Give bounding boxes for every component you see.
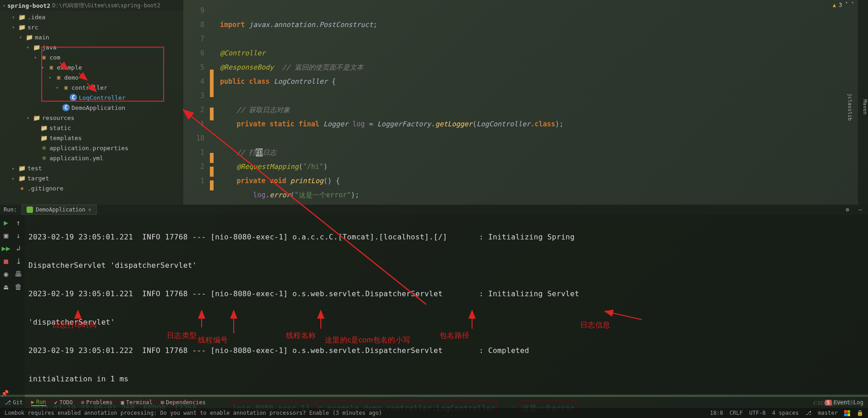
problems-icon: ⊘ <box>81 399 84 406</box>
pkg-icon <box>62 84 70 91</box>
close-icon[interactable]: × <box>88 206 91 213</box>
tab-terminal[interactable]: ▣ Terminal <box>121 399 153 406</box>
log-line: 2023-02-19 23:05:01.221 INFO 17768 --- [… <box>28 287 864 301</box>
console-output[interactable]: 2023-02-19 23:05:01.221 INFO 17768 --- [… <box>25 215 868 418</box>
annotation-label-level: 日志类型 <box>167 328 197 342</box>
tree-label: resources <box>42 114 74 121</box>
caret-pos[interactable]: 18:8 <box>710 410 723 416</box>
tree-item-resources[interactable]: ▾resources <box>0 113 183 123</box>
branch-icon: ⎇ <box>805 410 812 416</box>
tab-todo[interactable]: ✔ TODO <box>55 399 73 406</box>
tree-label: LogController <box>79 94 126 101</box>
folder-icon <box>26 33 33 41</box>
print-icon[interactable]: 🖶 <box>14 270 22 278</box>
annotation-label-pkg-note: 这里的c是com包名的小写 <box>325 333 410 347</box>
tree-item-test[interactable]: ▸test <box>0 163 183 173</box>
tree-label: java <box>42 44 56 51</box>
tree-item-java[interactable]: ▾java <box>0 42 183 52</box>
class-icon: C <box>70 94 77 101</box>
tree-label: example <box>57 64 82 71</box>
tab-dependencies[interactable]: ⊞ Dependencies <box>161 399 206 406</box>
run-icon[interactable]: ▶▶ <box>2 244 10 252</box>
exit-icon[interactable]: ⏏ <box>2 282 10 291</box>
tree-label: controller <box>71 84 107 91</box>
tab-run[interactable]: ▶ Run <box>31 399 46 406</box>
tab-git[interactable]: ⎇ Git <box>5 399 23 406</box>
tree-item-templates[interactable]: templates <box>0 133 183 143</box>
status-message[interactable]: Lombok requires enabled annotation proce… <box>5 410 382 416</box>
annotation-label-pkg: 包名路径 <box>439 328 469 342</box>
tree-item-main[interactable]: ▾main <box>0 32 183 42</box>
folder-icon <box>18 164 26 172</box>
project-tool-window[interactable]: ▾ spring-boot2 D:\代码管理\Gitee\ssm\spring-… <box>0 0 183 205</box>
tab-problems[interactable]: ⊘ Problems <box>81 399 113 406</box>
settings-icon[interactable]: ⚙ <box>843 206 852 214</box>
editor-gutter[interactable]: 98765432118121 <box>183 0 209 205</box>
run-tool-window[interactable]: Run: DemoApplication × ⚙ — ▶ ▣ ▶▶ ■ ◉ ⏏ … <box>0 205 868 395</box>
hide-icon[interactable]: — <box>856 206 864 214</box>
tree-label: .idea <box>27 14 45 21</box>
tree-item-static[interactable]: static <box>0 123 183 133</box>
indent[interactable]: 4 spaces <box>772 410 799 416</box>
tree-item-src[interactable]: ▾src <box>0 22 183 32</box>
annotation-controller: @Controller <box>220 49 265 57</box>
tree-label: DemoApplication <box>71 104 125 111</box>
log-line: DispatcherServlet 'dispatcherServlet' <box>28 258 864 272</box>
project-path: D:\代码管理\Gitee\ssm\spring-boot2 <box>52 2 160 10</box>
tree-item-com[interactable]: ▾com <box>0 52 183 62</box>
event-log[interactable]: 5 Event Log <box>825 399 863 406</box>
spring-icon <box>27 206 33 213</box>
tree-item--idea[interactable]: ▾.idea <box>0 12 183 22</box>
tree-item--gitignore[interactable]: .gitignore <box>0 183 183 193</box>
tree-item-controller[interactable]: ▾controller <box>0 82 183 92</box>
folder-icon <box>40 134 48 141</box>
code-editor[interactable]: ▲ 3 ˆ ˇ 98765432118121 import javax.anno… <box>183 0 868 205</box>
prop-icon <box>40 144 48 152</box>
sidebar-tab-maven[interactable]: Maven <box>862 99 868 114</box>
tree-item-example[interactable]: ▾example <box>0 62 183 72</box>
folder-icon <box>18 174 26 182</box>
status-bar: Lombok requires enabled annotation proce… <box>0 408 868 418</box>
right-sidebar[interactable]: Maven jclasslib <box>858 0 868 205</box>
play-icon: ▶ <box>31 399 34 405</box>
tree-label: application.yml <box>49 155 103 162</box>
folder-icon <box>33 43 40 51</box>
git-icon: ⎇ <box>5 399 11 406</box>
code-area[interactable]: import javax.annotation.PostConstruct; @… <box>220 4 859 217</box>
scroll-icon[interactable]: ⤓ <box>14 257 22 265</box>
folder-icon <box>40 124 48 131</box>
camera-icon[interactable]: ◉ <box>2 270 10 278</box>
folder-icon <box>33 114 40 121</box>
down-icon[interactable]: ↓ <box>14 231 22 239</box>
layout-icon[interactable]: ▣ <box>2 231 10 239</box>
up-icon[interactable]: ↑ <box>14 218 22 227</box>
tree-item-application-yml[interactable]: application.yml <box>0 153 183 163</box>
lock-icon[interactable]: 🔒 <box>857 410 863 416</box>
tree-label: test <box>27 165 42 172</box>
pkg-icon <box>48 64 55 71</box>
tree-item-target[interactable]: ▸target <box>0 173 183 183</box>
log-line: 2023-02-19 23:05:01.221 INFO 17768 --- [… <box>28 230 864 244</box>
annotation-label-msg: 日志信息 <box>580 318 610 332</box>
tree-item-demo[interactable]: ▾demo <box>0 72 183 82</box>
rerun-icon[interactable]: ▶ <box>2 218 10 227</box>
terminal-icon: ▣ <box>121 399 124 406</box>
tree-item-logcontroller[interactable]: CLogController <box>0 92 183 103</box>
pkg-icon <box>40 54 48 61</box>
line-ending[interactable]: CRLF <box>730 410 743 416</box>
encoding[interactable]: UTF-8 <box>749 410 766 416</box>
log-line: initialization in 1 ms <box>28 372 864 386</box>
run-toolbar-left2: ↑ ↓ ↲ ⤓ 🖶 🗑 <box>12 215 25 418</box>
git-branch[interactable]: master <box>818 410 838 416</box>
wrap-icon[interactable]: ↲ <box>14 244 22 252</box>
tree-item-application-properties[interactable]: application.properties <box>0 143 183 153</box>
sidebar-tab-jclasslib[interactable]: jclasslib <box>847 93 853 121</box>
tree-label: templates <box>49 135 82 141</box>
tree-label: com <box>49 54 60 61</box>
pin-icon[interactable]: 📌 <box>0 390 9 397</box>
trash-icon[interactable]: 🗑 <box>14 282 22 291</box>
stop-icon[interactable]: ■ <box>2 257 10 265</box>
run-config-tab[interactable]: DemoApplication × <box>22 205 97 215</box>
tree-item-demoapplication[interactable]: CDemoApplication <box>0 103 183 113</box>
annotation-label-pid: 线程编号 <box>198 333 228 347</box>
